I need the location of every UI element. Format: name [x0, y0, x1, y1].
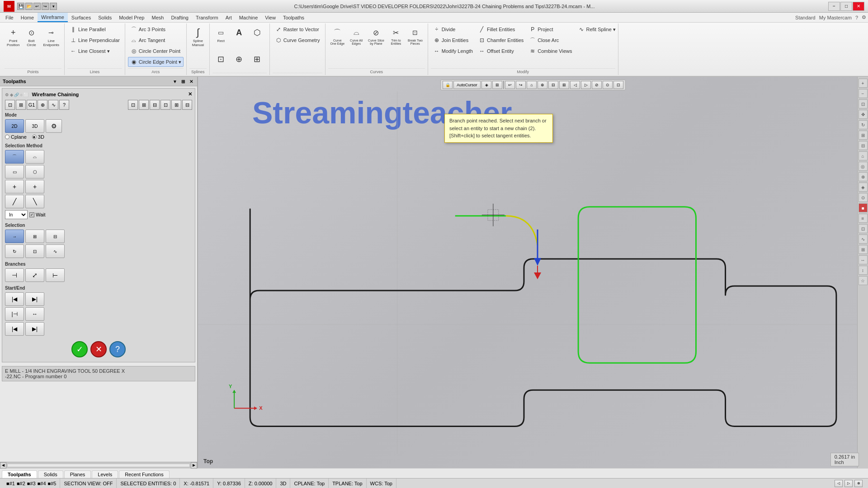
break-two-pieces-button[interactable]: ⊡ Break TwoPieces — [406, 24, 425, 47]
trim-entities-button[interactable]: ✂ Trim toEntities — [387, 24, 405, 47]
chaining-close-icon[interactable]: ✕ — [188, 91, 192, 97]
sel-region-button[interactable]: ⊡ — [25, 244, 44, 258]
vp-snap-icon[interactable]: ◈ — [481, 81, 491, 89]
menu-transform[interactable]: Transform — [192, 13, 222, 22]
spline-manual-button[interactable]: ∫ SplineManual — [189, 24, 207, 49]
mode-3d-button[interactable]: 3D — [25, 119, 44, 133]
line-endpoints-button[interactable]: ⊸ LineEndpoints — [41, 24, 61, 49]
tab-levels[interactable]: Levels — [92, 470, 118, 478]
menu-solids[interactable]: Solids — [94, 13, 115, 22]
nav-icon3[interactable]: ⌂ — [859, 151, 868, 160]
curve-slice-button[interactable]: ⊘ Curve Sliceby Plane — [366, 24, 387, 47]
open-icon[interactable]: 📂 — [25, 3, 33, 10]
sel-partial-button[interactable]: ⌓ — [25, 150, 44, 164]
vp-icon10[interactable]: ⊙ — [603, 81, 613, 89]
wait-checkbox-box[interactable] — [29, 212, 34, 217]
vp-icon1[interactable]: ↩ — [505, 81, 515, 89]
sel-add-button[interactable]: + — [5, 180, 24, 193]
nav-icon14[interactable]: ☆ — [859, 276, 868, 285]
tab-planes[interactable]: Planes — [64, 470, 91, 478]
sel-polygon-button[interactable]: ⬡ — [25, 165, 44, 178]
branch-1-button[interactable]: ⊣ — [5, 268, 24, 282]
menu-surfaces[interactable]: Surfaces — [68, 13, 94, 22]
toolbar-btn-9[interactable]: ⊟ — [150, 100, 160, 110]
mode-2d-button[interactable]: 2D — [5, 119, 24, 133]
end3-button[interactable]: ▶| — [25, 322, 44, 336]
nav-icon8[interactable]: ≡ — [859, 214, 868, 223]
toolbar-btn-6[interactable]: ? — [59, 100, 69, 110]
curve-all-edges-button[interactable]: ⌓ Curve AllEdges — [348, 24, 365, 47]
vp-cursor-label[interactable]: AutoCursor — [453, 81, 481, 89]
help-icon[interactable]: ? — [855, 15, 858, 20]
divide-button[interactable]: ÷ Divide — [431, 24, 458, 34]
viewport[interactable]: 🔒 AutoCursor ◈ ⊞ ↩ ↪ ⌂ ⊕ ⊟ ⊞ ◁ ▷ ⊘ ⊙ ⊡ S… — [198, 77, 868, 468]
sel-add2-button[interactable]: + — [25, 180, 44, 193]
units-select[interactable]: In mm — [5, 210, 28, 219]
nav-pan[interactable]: ✥ — [859, 110, 868, 119]
vp-icon5[interactable]: ⊟ — [548, 81, 558, 89]
ok-button[interactable]: ✓ — [71, 341, 88, 357]
toolbar-btn-8[interactable]: ⊞ — [139, 100, 149, 110]
toolbar-btn-12[interactable]: ⊟ — [182, 100, 192, 110]
menu-wireframe[interactable]: Wireframe — [38, 13, 68, 22]
text-button[interactable]: A — [231, 24, 248, 41]
line-perpendicular-button[interactable]: ⊥ Line Perpendicular — [67, 35, 122, 45]
rectangle-button[interactable]: ▭ Rect — [212, 24, 230, 45]
shape3-button[interactable]: ⊕ — [231, 51, 248, 67]
arc-3-points-button[interactable]: ⌒ Arc 3 Points — [128, 24, 168, 34]
menu-home[interactable]: Home — [17, 13, 38, 22]
undo-icon[interactable]: ↩ — [33, 3, 41, 10]
vp-icon4[interactable]: ⊕ — [538, 81, 547, 89]
sel-wave-button[interactable]: ∿ — [46, 244, 65, 258]
nav-icon5[interactable]: ⊕ — [859, 172, 868, 181]
close-arc-button[interactable]: ⌒ Close Arc — [527, 35, 561, 45]
toolbar-btn-2[interactable]: ⊞ — [16, 100, 26, 110]
nav-icon10[interactable]: ∿ — [859, 235, 868, 244]
circle-edge-point-button[interactable]: ◉ Circle Edge Point ▾ — [128, 57, 184, 67]
status-btn3[interactable]: ⊕ — [854, 480, 863, 487]
sel-single-button[interactable]: → — [5, 230, 24, 243]
nav-rotate[interactable]: ↻ — [859, 120, 868, 129]
scroll-left-button[interactable]: ◀ — [0, 462, 6, 469]
tab-toolpaths[interactable]: Toolpaths — [2, 470, 37, 478]
view-num-1[interactable]: ■#1 — [6, 481, 15, 486]
curve-geometry-button[interactable]: ⬡ Curve Geometry — [273, 35, 322, 45]
menu-file[interactable]: File — [2, 13, 17, 22]
line-parallel-button[interactable]: ∥ Line Parallel — [67, 24, 108, 34]
bolt-circle-button[interactable]: ⊙ BoltCircle — [23, 24, 40, 49]
view-num-5[interactable]: ■#5 — [48, 481, 57, 486]
refit-spline-button[interactable]: ∿ Refit Spline ▾ — [576, 24, 618, 34]
close-button[interactable]: ✕ — [853, 2, 864, 11]
toolbar-btn-5[interactable]: ∿ — [48, 100, 58, 110]
arc-tangent-button[interactable]: ⌓ Arc Tangent — [128, 35, 168, 45]
branch-2-button[interactable]: ⤢ — [25, 268, 44, 282]
nav-icon12[interactable]: ↔ — [859, 255, 868, 264]
options-icon[interactable]: ▾ — [50, 3, 57, 10]
save-icon[interactable]: 💾 — [17, 3, 24, 10]
help-button[interactable]: ? — [109, 341, 126, 357]
offset-entity-button[interactable]: ↔ Offset Entity — [476, 46, 516, 56]
chamfer-entities-button[interactable]: ⊡ Chamfer Entities — [476, 35, 526, 45]
curve-one-edge-button[interactable]: ⌒ CurveOne Edge — [328, 24, 347, 47]
nav-icon4[interactable]: ◎ — [859, 162, 868, 171]
shape2-button[interactable]: ⊡ — [212, 51, 230, 67]
menu-mesh[interactable]: Mesh — [148, 13, 167, 22]
vp-icon6[interactable]: ⊞ — [559, 81, 569, 89]
vp-icon3[interactable]: ⌂ — [527, 81, 537, 89]
end2-button[interactable]: ↔ — [25, 307, 44, 321]
nav-icon13[interactable]: ↕ — [859, 266, 868, 275]
toolbar-btn-3[interactable]: G1 — [27, 100, 37, 110]
menu-machine[interactable]: Machine — [236, 13, 262, 22]
circle-center-point-button[interactable]: ◎ Circle Center Point — [128, 46, 183, 56]
toolbar-btn-4[interactable]: ⊕ — [38, 100, 47, 110]
menu-toolpaths[interactable]: Toolpaths — [279, 13, 308, 22]
cplane-radio[interactable]: Cplane — [5, 134, 27, 140]
redo-icon[interactable]: ↪ — [42, 3, 49, 10]
menu-view[interactable]: View — [261, 13, 279, 22]
nav-icon6[interactable]: ◈ — [859, 183, 868, 192]
end-button[interactable]: ▶| — [25, 292, 44, 306]
settings-icon[interactable]: ⚙ — [862, 14, 866, 20]
sel-deselect-button[interactable]: ⊟ — [46, 230, 65, 243]
nav-zoom-in[interactable]: + — [859, 79, 868, 88]
fillet-entities-button[interactable]: ╱ Fillet Entities — [476, 24, 517, 34]
